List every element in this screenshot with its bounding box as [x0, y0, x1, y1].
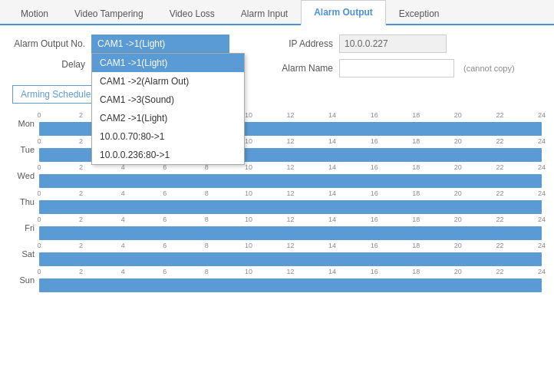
schedule-bar[interactable] — [39, 278, 542, 292]
alarm-name-input[interactable] — [339, 59, 454, 77]
tick-mark: 20 — [454, 111, 462, 119]
tick-mark: 10 — [245, 163, 252, 171]
tick-mark: 4 — [121, 216, 125, 223]
cannot-copy-text: (cannot copy) — [463, 64, 515, 73]
schedule-col: 024681012141618202224 — [39, 242, 542, 266]
tick-mark: 14 — [328, 189, 336, 197]
tick-mark: 16 — [371, 137, 378, 145]
tab-video-tampering[interactable]: Video Tampering — [61, 2, 157, 25]
tab-motion[interactable]: Motion — [8, 2, 61, 25]
tick-mark: 22 — [496, 242, 503, 249]
tick-mark: 16 — [371, 189, 378, 197]
tick-mark: 12 — [286, 216, 294, 223]
day-label: Sun — [12, 268, 39, 292]
tick-mark: 0 — [37, 268, 41, 275]
alarm-output-dropdown[interactable]: CAM1 ->1(Light) CAM1 ->1(Light)CAM1 ->2(… — [91, 35, 229, 53]
tick-mark: 12 — [286, 242, 294, 249]
alarm-name-label: Alarm Name — [260, 63, 333, 74]
schedule-col: 024681012141618202224 — [39, 216, 542, 240]
schedule-col: 024681012141618202224 — [39, 268, 542, 292]
dropdown-option[interactable]: 10.0.0.236:80->1 — [92, 146, 244, 164]
dropdown-option[interactable]: CAM2 ->1(Light) — [92, 109, 244, 127]
day-label: Tue — [12, 137, 39, 162]
tick-mark: 0 — [37, 216, 41, 223]
tick-container: 024681012141618202224 — [39, 268, 542, 278]
tick-mark: 6 — [163, 242, 167, 249]
delay-label: Delay — [12, 59, 85, 70]
tick-mark: 10 — [245, 137, 252, 145]
tick-container: 024681012141618202224 — [39, 216, 542, 226]
tick-mark: 18 — [412, 111, 420, 119]
tick-mark: 2 — [79, 268, 83, 275]
tick-mark: 2 — [79, 163, 83, 171]
day-label: Fri — [12, 216, 39, 240]
tick-container: 024681012141618202224 — [39, 163, 542, 174]
tick-mark: 22 — [496, 216, 503, 223]
tick-mark: 16 — [371, 163, 378, 171]
dropdown-selected[interactable]: CAM1 ->1(Light) — [91, 35, 229, 53]
tick-mark: 16 — [371, 111, 378, 119]
tick-mark: 4 — [121, 242, 125, 249]
dropdown-list: CAM1 ->1(Light)CAM1 ->2(Alarm Out)CAM1 -… — [91, 53, 245, 165]
form-right: IP Address Alarm Name (cannot copy) — [260, 35, 515, 77]
ip-address-label: IP Address — [260, 38, 333, 49]
tick-mark: 18 — [412, 163, 420, 171]
tick-mark: 10 — [245, 268, 252, 275]
tick-mark: 12 — [286, 137, 294, 145]
tick-mark: 18 — [412, 268, 420, 275]
schedule-day-row: Sun024681012141618202224 — [12, 268, 542, 292]
tick-mark: 22 — [496, 111, 503, 119]
form-left: Alarm Output No. CAM1 ->1(Light) CAM1 ->… — [12, 35, 229, 77]
schedule-bar[interactable] — [39, 252, 542, 266]
tick-mark: 8 — [205, 189, 209, 197]
tick-mark: 4 — [121, 268, 125, 275]
tick-mark: 4 — [121, 189, 125, 197]
schedule-day-row: Sat024681012141618202224 — [12, 242, 542, 266]
tab-alarm-output[interactable]: Alarm Output — [301, 0, 386, 25]
tick-mark: 18 — [412, 242, 420, 249]
tick-mark: 14 — [328, 216, 336, 223]
tick-mark: 2 — [79, 111, 83, 119]
tick-mark: 20 — [454, 242, 462, 249]
tick-mark: 20 — [454, 137, 462, 145]
tick-mark: 16 — [371, 216, 378, 223]
tick-mark: 22 — [496, 163, 503, 171]
tick-mark: 8 — [205, 242, 209, 249]
tick-mark: 2 — [79, 189, 83, 197]
tick-mark: 2 — [79, 242, 83, 249]
schedule-day-row: Thu024681012141618202224 — [12, 189, 542, 214]
tab-exception[interactable]: Exception — [386, 2, 453, 25]
dropdown-option[interactable]: 10.0.0.70:80->1 — [92, 127, 244, 146]
day-label: Thu — [12, 189, 39, 214]
tick-mark: 14 — [328, 111, 336, 119]
tick-mark: 0 — [37, 111, 41, 119]
schedule-bar[interactable] — [39, 226, 542, 240]
schedule-bar[interactable] — [39, 200, 542, 214]
dropdown-option[interactable]: CAM1 ->1(Light) — [92, 54, 244, 72]
tick-mark: 6 — [163, 189, 167, 197]
tab-alarm-input[interactable]: Alarm Input — [228, 2, 301, 25]
tick-mark: 18 — [412, 189, 420, 197]
tab-video-loss[interactable]: Video Loss — [157, 2, 228, 25]
tick-mark: 14 — [328, 137, 336, 145]
tick-mark: 8 — [205, 216, 209, 223]
tick-mark: 24 — [538, 242, 546, 249]
tick-mark: 0 — [37, 137, 41, 145]
tab-bar: Motion Video Tampering Video Loss Alarm … — [0, 0, 554, 25]
schedule-day-row: Fri024681012141618202224 — [12, 216, 542, 240]
alarm-output-label: Alarm Output No. — [12, 38, 85, 49]
tick-mark: 16 — [371, 242, 378, 249]
tick-mark: 12 — [286, 268, 294, 275]
tick-mark: 10 — [245, 189, 252, 197]
tick-mark: 8 — [205, 268, 209, 275]
arming-schedule-button[interactable]: Arming Schedule — [12, 85, 99, 104]
dropdown-option[interactable]: CAM1 ->3(Sound) — [92, 91, 244, 109]
schedule-bar[interactable] — [39, 174, 542, 188]
ip-address-input[interactable] — [339, 35, 447, 53]
day-label: Mon — [12, 111, 39, 136]
schedule-col: 024681012141618202224 — [39, 163, 542, 188]
tick-mark: 22 — [496, 189, 503, 197]
dropdown-option[interactable]: CAM1 ->2(Alarm Out) — [92, 72, 244, 91]
tick-mark: 24 — [538, 268, 546, 275]
tick-mark: 18 — [412, 216, 420, 223]
